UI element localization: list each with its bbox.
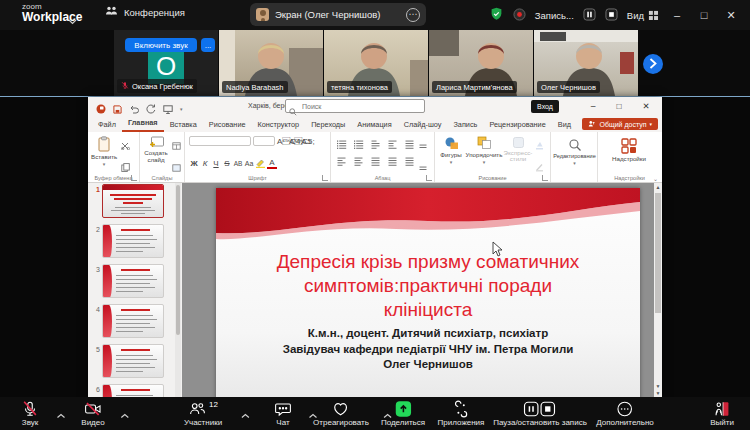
audio-button[interactable]: Звук <box>21 400 40 427</box>
unmute-request-button[interactable]: Включить звук <box>125 38 197 52</box>
ppt-tab-7[interactable]: Анимация <box>351 118 397 132</box>
ppt-tab-4[interactable]: Рисование <box>203 118 252 132</box>
text-highlight-button[interactable] <box>255 154 266 172</box>
ppt-tab-3[interactable]: Вставка <box>164 118 203 132</box>
align-center-button[interactable] <box>354 154 364 172</box>
security-shield-icon[interactable] <box>489 6 504 24</box>
text-direction-button[interactable] <box>419 136 429 154</box>
sign-in-button[interactable]: Вход <box>531 100 559 113</box>
screen-share-pill[interactable]: Экран (Олег Чернишов) ⋯ <box>250 3 426 26</box>
shape-outline-icon[interactable] <box>535 158 544 176</box>
clipboard-dialog-launcher[interactable] <box>131 175 137 181</box>
bold-button[interactable]: Ж <box>189 159 199 168</box>
bullets-button[interactable] <box>337 137 347 155</box>
video-chevron-icon[interactable] <box>120 405 129 423</box>
paragraph-dialog-launcher[interactable] <box>426 175 432 181</box>
slide-thumbnail-5[interactable] <box>102 344 164 378</box>
shrink-font-button[interactable]: AC5; <box>289 137 299 146</box>
scroll-next-icon[interactable]: ▼ <box>655 390 661 396</box>
align-right-button[interactable] <box>371 154 381 172</box>
slide-thumbnail-3[interactable] <box>102 264 164 298</box>
workspace-chevron-icon[interactable] <box>68 11 77 29</box>
view-button[interactable]: Вид <box>627 10 659 21</box>
change-case-button[interactable]: Аа <box>244 160 254 167</box>
slide-thumbnail-2[interactable] <box>102 224 164 258</box>
window-close-button[interactable]: ✕ <box>722 9 740 22</box>
ppt-tab-1[interactable]: Файл <box>92 118 122 132</box>
participants-chevron-icon[interactable] <box>241 405 250 423</box>
new-slide-button[interactable]: Создать слайд <box>141 132 171 163</box>
share-button[interactable]: Поделиться <box>381 400 425 427</box>
ppt-minimize-button[interactable]: – <box>584 99 602 114</box>
strikethrough-button[interactable]: S <box>222 159 232 168</box>
share-options-icon[interactable]: ⋯ <box>406 8 420 22</box>
align-left-button[interactable] <box>337 154 347 172</box>
recording-pause-icon[interactable] <box>583 8 596 23</box>
document-share-button[interactable]: Общий доступ ▾ <box>582 118 658 130</box>
ppt-tab-10[interactable]: Рецензирование <box>483 118 551 132</box>
video-tile-2[interactable]: Nadiya Barabash <box>219 30 323 96</box>
italic-button[interactable]: К <box>200 159 210 168</box>
scroll-up-icon[interactable]: ▲ <box>655 184 661 190</box>
slide-thumbnail-6[interactable] <box>102 384 164 397</box>
cut-icon[interactable] <box>121 136 130 154</box>
ppt-restore-button[interactable]: □ <box>610 99 628 114</box>
ppt-tab-5[interactable]: Конструктор <box>252 118 306 132</box>
editing-button[interactable]: Редактирование ▾ <box>551 134 598 166</box>
leave-button[interactable]: Выйти <box>710 400 734 427</box>
justify-button[interactable] <box>388 154 398 172</box>
align-text-button[interactable] <box>419 158 429 176</box>
reset-icon[interactable] <box>172 158 181 176</box>
thumbnails-scrollbar[interactable] <box>175 183 181 397</box>
video-tile-3[interactable]: тетяна тихонова <box>324 30 428 96</box>
video-button[interactable]: Видео <box>81 400 104 427</box>
next-participants-button[interactable] <box>643 54 663 74</box>
apps-button[interactable]: Приложения <box>438 400 485 427</box>
tile-more-button[interactable]: ... <box>201 38 215 52</box>
meeting-tab-button[interactable]: Конференция <box>105 5 185 19</box>
copy-icon[interactable] <box>121 158 130 176</box>
ppt-tab-9[interactable]: Запись <box>447 118 483 132</box>
ppt-tab-8[interactable]: Слайд-шоу <box>398 118 448 132</box>
layout-icon[interactable] <box>172 136 181 154</box>
video-tile-5[interactable]: Олег Чернишов <box>534 30 638 96</box>
scroll-down-icon[interactable]: ▼ <box>655 383 661 389</box>
shapes-button[interactable]: Фигуры ▾ <box>437 132 465 165</box>
react-button[interactable]: Отреагировать <box>313 400 369 427</box>
underline-button[interactable]: Ч <box>211 159 221 168</box>
columns-button[interactable] <box>405 154 415 172</box>
grow-font-button[interactable]: AC4; <box>277 137 287 146</box>
quick-styles-button[interactable]: Экспресс-стили <box>503 132 533 162</box>
font-dialog-launcher[interactable] <box>322 175 328 181</box>
character-spacing-button[interactable]: АВ <box>233 160 243 167</box>
ribbon-collapse-icon[interactable]: ⌄ <box>653 175 658 182</box>
window-maximize-button[interactable]: □ <box>695 9 713 21</box>
video-tile-4[interactable]: Лариса Мартим'янова <box>429 30 533 96</box>
ppt-tab-6[interactable]: Переходы <box>305 118 351 132</box>
addins-button[interactable]: Надстройки <box>606 134 652 162</box>
audio-chevron-icon[interactable] <box>56 405 65 423</box>
increase-indent-button[interactable] <box>388 137 398 155</box>
numbering-button[interactable] <box>354 137 364 155</box>
more-button[interactable]: Дополнительно <box>596 400 654 427</box>
paste-button[interactable]: Вставить ▾ <box>91 132 117 167</box>
decrease-indent-button[interactable] <box>371 137 381 155</box>
clear-formatting-button[interactable]: Aʖ <box>301 137 311 146</box>
drawing-dialog-launcher[interactable] <box>542 175 548 181</box>
window-minimize-button[interactable]: – <box>668 9 686 21</box>
video-tile-1[interactable]: ОВключить звук...Оксана Гребенюк <box>114 30 218 96</box>
slide-thumbnail-4[interactable] <box>102 304 164 338</box>
font-color-button[interactable]: А <box>267 158 277 169</box>
chat-button[interactable]: Чат <box>274 400 293 427</box>
slide-thumbnail-1[interactable] <box>102 184 164 218</box>
qat-dropdown-icon[interactable]: ▾ <box>180 106 183 112</box>
ppt-search-input[interactable] <box>285 99 425 113</box>
line-spacing-button[interactable] <box>405 137 415 155</box>
recording-stop-icon[interactable] <box>605 8 618 23</box>
font-size-select[interactable] <box>253 136 275 146</box>
canvas-scrollbar[interactable]: ▲ ▼ ▼ <box>654 183 662 397</box>
font-name-select[interactable] <box>189 136 251 146</box>
shape-fill-icon[interactable] <box>535 136 544 154</box>
ppt-tab-2[interactable]: Главная <box>122 116 164 132</box>
ppt-tab-11[interactable]: Вид <box>552 118 577 132</box>
